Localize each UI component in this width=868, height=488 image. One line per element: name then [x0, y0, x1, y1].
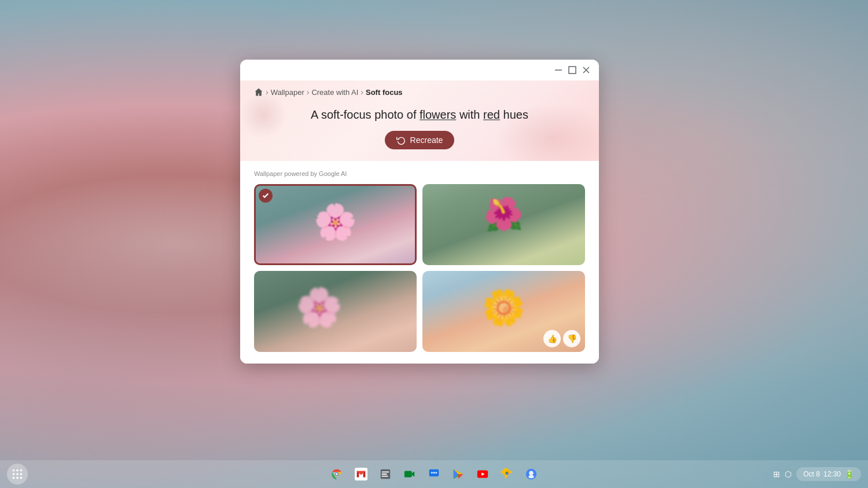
thumbs-row: 👍 👎: [543, 330, 580, 347]
selected-badge: [259, 189, 273, 203]
taskbar-chrome[interactable]: [326, 464, 347, 485]
date-display: Oct 8: [803, 470, 820, 478]
maximize-button[interactable]: [567, 64, 578, 76]
image-1: [254, 184, 417, 265]
system-tray[interactable]: Oct 8 12:30 🔋: [796, 467, 861, 481]
svg-point-4: [13, 469, 15, 472]
taskbar-right: ⊞ ⬡ Oct 8 12:30 🔋: [773, 467, 861, 481]
breadcrumb-current: Soft focus: [366, 88, 403, 97]
svg-point-6: [20, 469, 23, 472]
svg-rect-20: [382, 476, 388, 477]
image-card-4[interactable]: 👍 👎: [422, 271, 585, 352]
prompt-red: red: [483, 108, 500, 121]
prompt-part2: with: [456, 108, 483, 121]
svg-rect-21: [404, 471, 412, 478]
svg-rect-18: [382, 471, 389, 472]
prompt-area: A soft-focus photo of flowers with red h…: [254, 108, 585, 122]
image-grid: 👍 👎: [254, 184, 585, 352]
svg-point-7: [13, 473, 15, 475]
taskbar: ⊞ ⬡ Oct 8 12:30 🔋: [0, 460, 868, 488]
breadcrumb-sep-1: ›: [266, 87, 269, 97]
image-2: [422, 184, 585, 265]
svg-point-24: [433, 472, 435, 474]
thumbs-down-icon: 👎: [567, 334, 577, 343]
launcher-button[interactable]: [7, 464, 28, 485]
cast-icon: ⬡: [785, 469, 792, 479]
svg-point-34: [528, 475, 534, 479]
breadcrumb-create-ai[interactable]: Create with AI: [311, 88, 358, 97]
image-card-3[interactable]: [254, 271, 417, 352]
thumbs-up-button[interactable]: 👍: [543, 330, 561, 347]
breadcrumb: › Wallpaper › Create with AI › Soft focu…: [254, 87, 585, 97]
svg-point-33: [529, 471, 533, 475]
svg-rect-19: [382, 474, 387, 475]
taskbar-left: [7, 464, 28, 485]
screen-mirror-icon: ⊞: [773, 469, 780, 479]
recreate-button[interactable]: Recreate: [385, 131, 455, 149]
battery-icon: 🔋: [844, 469, 854, 479]
wallpaper-window: › Wallpaper › Create with AI › Soft focu…: [240, 60, 599, 364]
taskbar-play[interactable]: [448, 464, 469, 485]
taskbar-gmail[interactable]: [351, 464, 372, 485]
breadcrumb-sep-3: ›: [361, 87, 363, 97]
prompt-part1: A soft-focus photo of: [311, 108, 420, 121]
svg-point-25: [435, 472, 437, 474]
svg-point-15: [336, 473, 338, 475]
svg-point-11: [16, 477, 19, 479]
breadcrumb-sep-2: ›: [307, 87, 310, 97]
prompt-text: A soft-focus photo of flowers with red h…: [254, 108, 585, 122]
close-button[interactable]: [580, 64, 592, 76]
taskbar-messages[interactable]: [424, 464, 444, 485]
image-3: [254, 271, 417, 352]
svg-point-12: [20, 477, 23, 479]
svg-point-9: [20, 473, 23, 475]
taskbar-youtube[interactable]: [472, 464, 493, 485]
prompt-part3: hues: [500, 108, 528, 121]
image-card-2[interactable]: [422, 184, 585, 265]
prompt-flowers: flowers: [420, 108, 456, 121]
image-card-1[interactable]: [254, 184, 417, 265]
taskbar-center: [326, 464, 542, 485]
taskbar-meet[interactable]: [399, 464, 420, 485]
svg-point-5: [16, 469, 19, 472]
taskbar-files[interactable]: [375, 464, 396, 485]
svg-rect-1: [569, 67, 576, 74]
recreate-label: Recreate: [410, 135, 443, 145]
svg-point-10: [13, 477, 15, 479]
powered-by-text: Wallpaper powered by Google AI: [254, 170, 585, 177]
minimize-button[interactable]: [553, 64, 564, 76]
window-titlebar: [240, 60, 599, 80]
window-header: › Wallpaper › Create with AI › Soft focu…: [240, 80, 599, 161]
thumbs-up-icon: 👍: [547, 334, 557, 343]
svg-point-23: [431, 472, 433, 474]
time-display: 12:30: [823, 470, 841, 478]
breadcrumb-home[interactable]: [254, 87, 263, 97]
taskbar-assistant[interactable]: [521, 464, 542, 485]
taskbar-photos[interactable]: [496, 464, 517, 485]
window-content: Wallpaper powered by Google AI: [240, 161, 599, 364]
breadcrumb-wallpaper[interactable]: Wallpaper: [271, 88, 304, 97]
svg-point-8: [16, 473, 19, 475]
thumbs-down-button[interactable]: 👎: [563, 330, 580, 347]
